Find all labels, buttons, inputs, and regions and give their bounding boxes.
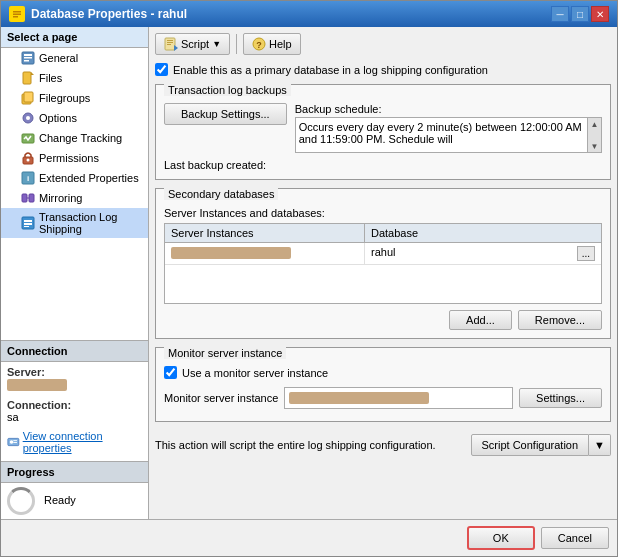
options-icon: [21, 111, 35, 125]
sidebar-label-filegroups: Filegroups: [39, 92, 90, 104]
sidebar-label-options: Options: [39, 112, 77, 124]
sidebar-item-general[interactable]: General: [1, 48, 148, 68]
sidebar-item-permissions[interactable]: Permissions: [1, 148, 148, 168]
sidebar-item-transaction-log-shipping[interactable]: Transaction Log Shipping: [1, 208, 148, 238]
progress-section-header: Progress: [1, 461, 148, 483]
connection-link-icon: [7, 435, 20, 449]
help-button[interactable]: ? Help: [243, 33, 301, 55]
monitor-instance-label: Monitor server instance: [164, 392, 278, 404]
sidebar-item-extended-props[interactable]: i Extended Properties: [1, 168, 148, 188]
script-config-container: Script Configuration ▼: [471, 434, 612, 456]
svg-rect-1: [13, 11, 21, 13]
svg-marker-9: [31, 72, 34, 75]
table-body: rahul ...: [165, 243, 601, 303]
svg-rect-6: [24, 57, 32, 59]
mirroring-icon: [21, 191, 35, 205]
script-icon: [164, 37, 178, 51]
svg-rect-29: [13, 442, 17, 443]
svg-rect-33: [167, 44, 171, 45]
svg-rect-8: [23, 72, 31, 84]
svg-point-27: [10, 440, 14, 444]
svg-rect-31: [167, 40, 173, 41]
permissions-icon: [21, 151, 35, 165]
connection-info: Connection: sa: [1, 395, 148, 427]
progress-area: Ready: [1, 483, 148, 519]
transaction-log-content: Backup Settings... Backup schedule: Occu…: [156, 95, 610, 179]
svg-rect-24: [24, 223, 32, 225]
close-button[interactable]: ✕: [591, 6, 609, 22]
svg-point-16: [27, 159, 30, 162]
server-instance-cell: [165, 243, 365, 264]
secondary-db-title: Secondary databases: [164, 188, 278, 200]
script-row: This action will script the entire log s…: [155, 434, 611, 456]
backup-settings-button[interactable]: Backup Settings...: [164, 103, 287, 125]
sidebar-item-change-tracking[interactable]: Change Tracking: [1, 128, 148, 148]
sidebar-item-mirroring[interactable]: Mirroring: [1, 188, 148, 208]
schedule-scrollbar[interactable]: ▲ ▼: [587, 118, 601, 152]
table-header: Server Instances Database: [165, 224, 601, 243]
monitor-instance-row: Monitor server instance Settings...: [164, 387, 602, 409]
svg-rect-5: [24, 54, 32, 56]
svg-rect-25: [24, 226, 29, 227]
script-note: This action will script the entire log s…: [155, 439, 471, 451]
remove-button[interactable]: Remove...: [518, 310, 602, 330]
secondary-db-content: Server Instances and databases: Server I…: [156, 199, 610, 338]
toolbar: Script ▼ ? Help: [155, 33, 611, 55]
last-backup-label: Last backup created:: [164, 159, 266, 171]
title-buttons: ─ □ ✕: [551, 6, 609, 22]
enable-primary-checkbox[interactable]: [155, 63, 168, 76]
dropdown-arrow-icon: ▼: [594, 439, 605, 451]
main-window: Database Properties - rahul ─ □ ✕ Select…: [0, 0, 618, 557]
table-row: rahul ...: [165, 243, 601, 265]
sidebar-label-permissions: Permissions: [39, 152, 99, 164]
filegroups-icon: [21, 91, 35, 105]
main-content: Select a page General Files Filegroups O…: [1, 27, 617, 519]
settings-button[interactable]: Settings...: [519, 388, 602, 408]
add-button[interactable]: Add...: [449, 310, 512, 330]
dotted-button[interactable]: ...: [577, 246, 595, 261]
connection-section: Connection: [1, 340, 148, 362]
script-config-dropdown[interactable]: ▼: [589, 434, 611, 456]
svg-point-13: [26, 116, 30, 120]
sidebar-label-log-shipping: Transaction Log Shipping: [39, 211, 142, 235]
svg-rect-28: [13, 440, 17, 441]
maximize-button[interactable]: □: [571, 6, 589, 22]
script-button[interactable]: Script ▼: [155, 33, 230, 55]
sidebar-item-files[interactable]: Files: [1, 68, 148, 88]
svg-text:i: i: [27, 174, 29, 183]
sidebar-label-general: General: [39, 52, 78, 64]
sidebar: Select a page General Files Filegroups O…: [1, 27, 149, 519]
table-header-label: Server Instances and databases:: [164, 207, 602, 219]
server-value: [7, 379, 67, 391]
sidebar-item-filegroups[interactable]: Filegroups: [1, 88, 148, 108]
script-config-button[interactable]: Script Configuration: [471, 434, 590, 456]
general-icon: [21, 51, 35, 65]
view-connection-link[interactable]: View connection properties: [1, 427, 148, 457]
svg-rect-3: [13, 16, 18, 18]
minimize-button[interactable]: ─: [551, 6, 569, 22]
help-label: Help: [269, 38, 292, 50]
transaction-log-group: Transaction log backups Backup Settings.…: [155, 84, 611, 180]
secondary-table: Server Instances Database rahul ...: [164, 223, 602, 304]
script-label: Script: [181, 38, 209, 50]
monitor-instance-input[interactable]: [284, 387, 513, 409]
database-col-header: Database: [365, 224, 601, 242]
svg-rect-32: [167, 42, 173, 43]
files-icon: [21, 71, 35, 85]
monitor-input-fill: [289, 392, 429, 404]
sidebar-header: Select a page: [1, 27, 148, 48]
svg-rect-2: [13, 14, 21, 16]
sidebar-item-options[interactable]: Options: [1, 108, 148, 128]
sidebar-items: General Files Filegroups Options Change …: [1, 48, 148, 336]
table-buttons: Add... Remove...: [164, 310, 602, 330]
svg-rect-7: [24, 60, 29, 62]
use-monitor-checkbox[interactable]: [164, 366, 177, 379]
scroll-up-arrow[interactable]: ▲: [588, 118, 601, 130]
toolbar-separator: [236, 34, 237, 54]
bottom-bar: OK Cancel: [1, 519, 617, 556]
backup-schedule-label: Backup schedule:: [295, 103, 602, 115]
cancel-button[interactable]: Cancel: [541, 527, 609, 549]
backup-schedule-text: Occurs every day every 2 minute(s) betwe…: [299, 121, 598, 145]
scroll-down-arrow[interactable]: ▼: [588, 140, 601, 152]
ok-button[interactable]: OK: [467, 526, 535, 550]
